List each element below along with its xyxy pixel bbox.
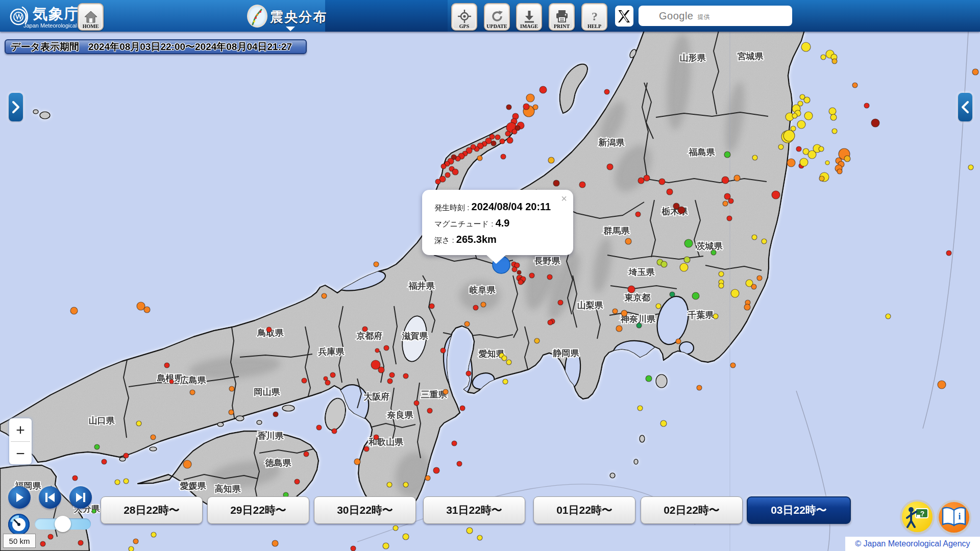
epicenter-dot[interactable]: [403, 482, 408, 487]
google-search-input[interactable]: Google 提供: [639, 6, 792, 26]
epicenter-dot[interactable]: [660, 420, 667, 427]
epicenter-dot[interactable]: [467, 528, 473, 534]
epicenter-dot[interactable]: [304, 452, 309, 457]
epicenter-dot[interactable]: [273, 412, 278, 417]
epicenter-dot[interactable]: [837, 169, 842, 174]
epicenter-dot[interactable]: [676, 339, 681, 344]
epicenter-dot[interactable]: [692, 292, 699, 299]
epicenter-dot[interactable]: [678, 207, 685, 214]
epicenter-dot[interactable]: [393, 525, 398, 531]
epicenter-dot[interactable]: [374, 435, 379, 440]
panel-expand-right[interactable]: [958, 93, 972, 121]
popup-close-icon[interactable]: ×: [561, 193, 567, 205]
zoom-out-button[interactable]: −: [9, 442, 32, 465]
epicenter-dot[interactable]: [825, 161, 829, 165]
epicenter-dot[interactable]: [72, 475, 78, 481]
epicenter-dot[interactable]: [501, 154, 506, 159]
tutorial-button[interactable]: ?: [902, 502, 933, 532]
epicenter-dot[interactable]: [495, 135, 500, 140]
epicenter-dot[interactable]: [719, 271, 724, 277]
slider-thumb[interactable]: [55, 516, 71, 532]
epicenter-dot[interactable]: [78, 540, 83, 545]
title-dropdown-caret[interactable]: [286, 27, 295, 31]
epicenter-dot[interactable]: [797, 120, 805, 129]
epicenter-dot[interactable]: [332, 429, 337, 434]
epicenter-dot[interactable]: [477, 156, 482, 161]
time-button-29[interactable]: 29日22時〜: [207, 496, 309, 524]
epicenter-dot[interactable]: [102, 459, 107, 464]
epicenter-dot[interactable]: [819, 146, 824, 152]
epicenter-dot[interactable]: [972, 69, 978, 75]
epicenter-dot[interactable]: [638, 178, 644, 184]
epicenter-dot[interactable]: [503, 379, 508, 384]
epicenter-dot[interactable]: [730, 363, 736, 368]
panel-expand-left[interactable]: [9, 93, 23, 121]
epicenter-dot[interactable]: [464, 321, 470, 327]
epicenter-dot[interactable]: [322, 293, 327, 298]
epicenter-dot[interactable]: [466, 371, 471, 376]
epicenter-dot[interactable]: [330, 372, 335, 378]
epicenter-dot[interactable]: [384, 345, 389, 350]
epicenter-dot[interactable]: [752, 235, 757, 240]
epicenter-dot[interactable]: [656, 304, 661, 309]
epicenter-dot[interactable]: [832, 59, 837, 64]
epicenter-dot[interactable]: [389, 372, 395, 378]
epicenter-dot[interactable]: [502, 356, 507, 361]
epicenter-dot[interactable]: [731, 289, 739, 297]
epicenter-dot[interactable]: [724, 152, 730, 158]
epicenter-dot[interactable]: [460, 406, 465, 411]
epicenter-dot[interactable]: [734, 175, 740, 181]
epicenter-dot[interactable]: [457, 461, 462, 466]
epicenter-dot[interactable]: [616, 325, 622, 332]
epicenter-dot[interactable]: [752, 155, 757, 160]
epicenter-dot[interactable]: [507, 137, 513, 143]
epicenter-dot[interactable]: [728, 198, 733, 204]
epicenter-dot[interactable]: [697, 385, 702, 390]
time-button-03-selected[interactable]: 03日22時〜: [747, 496, 851, 524]
epicenter-dot[interactable]: [433, 467, 439, 473]
epicenter-dot[interactable]: [607, 164, 613, 170]
epicenter-dot[interactable]: [481, 302, 486, 307]
epicenter-dot[interactable]: [115, 480, 120, 485]
epicenter-dot[interactable]: [621, 310, 627, 316]
epicenter-dot[interactable]: [183, 460, 191, 468]
epicenter-dot[interactable]: [646, 375, 652, 382]
epicenter-dot[interactable]: [164, 363, 169, 368]
epicenter-dot[interactable]: [772, 191, 780, 199]
epicenter-dot[interactable]: [548, 157, 554, 163]
glossary-button[interactable]: i: [939, 502, 969, 533]
epicenter-dot[interactable]: [473, 305, 478, 310]
epicenter-dot[interactable]: [403, 373, 408, 379]
epicenter-dot[interactable]: [667, 189, 673, 195]
epicenter-dot[interactable]: [506, 360, 511, 365]
epicenter-dot[interactable]: [801, 42, 811, 52]
epicenter-dot[interactable]: [625, 238, 631, 244]
epicenter-dot[interactable]: [124, 453, 129, 458]
epicenter-dot[interactable]: [266, 327, 272, 332]
epicenter-dot[interactable]: [440, 348, 446, 353]
epicenter-dot[interactable]: [151, 435, 156, 440]
epicenter-dot[interactable]: [429, 304, 434, 309]
epicenter-dot[interactable]: [295, 479, 300, 484]
epicenter-dot[interactable]: [644, 175, 650, 181]
epicenter-dot[interactable]: [443, 389, 448, 394]
epicenter-dot[interactable]: [518, 280, 523, 285]
epicenter-dot[interactable]: [946, 251, 951, 256]
image-button[interactable]: IMAGE: [516, 3, 542, 31]
epicenter-dot[interactable]: [435, 179, 440, 184]
epicenter-dot[interactable]: [829, 108, 836, 115]
epicenter-dot[interactable]: [968, 165, 973, 170]
epicenter-dot[interactable]: [684, 239, 693, 247]
epicenter-dot[interactable]: [553, 180, 559, 186]
epicenter-dot[interactable]: [325, 380, 330, 385]
epicenter-dot[interactable]: [628, 286, 635, 293]
epicenter-dot[interactable]: [830, 114, 837, 120]
epicenter-dot[interactable]: [500, 139, 505, 144]
epicenter-dot[interactable]: [302, 378, 307, 383]
skip-start-button[interactable]: [39, 486, 61, 509]
epicenter-dot[interactable]: [514, 263, 520, 268]
epicenter-dot[interactable]: [425, 475, 430, 481]
epicenter-dot[interactable]: [387, 482, 392, 487]
epicenter-dot[interactable]: [151, 532, 156, 537]
play-button[interactable]: [8, 486, 31, 509]
